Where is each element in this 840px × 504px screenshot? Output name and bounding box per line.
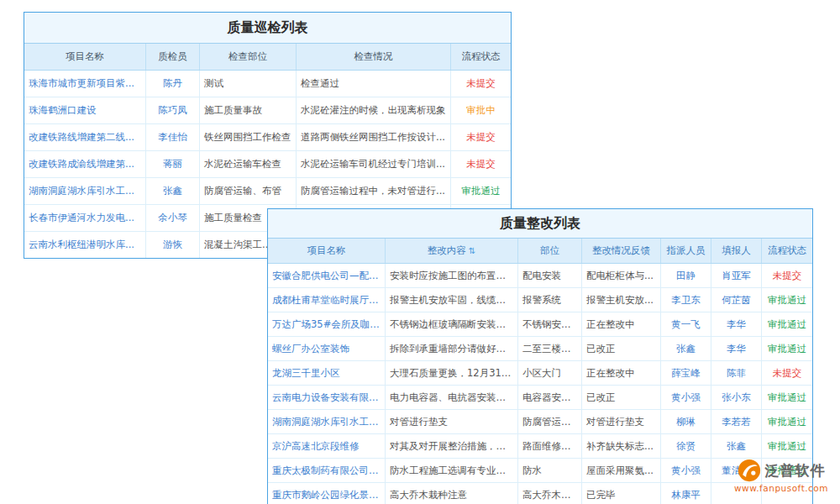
column-header[interactable]: 指派人员 [661,239,711,263]
person-link[interactable]: 柳琳 [661,410,711,433]
table-row: 湖南洞庭湖水库引水工...张鑫防腐管运输、布管防腐管运输过程中，未对管进行...… [24,178,511,205]
person-link[interactable]: 游恢 [146,232,200,258]
person-link[interactable]: 何芷茵 [711,288,762,312]
column-header-label: 检查情况 [354,50,393,62]
column-header[interactable]: 检查情况 [297,44,451,70]
cell-text: 水泥砼灌注的时候，出现离析现象 [297,97,451,123]
fanpu-logo-url: www.fanpusoft.com [722,483,840,493]
project-link[interactable]: 湖南洞庭湖水库引水工... [24,178,146,204]
fanpu-logo: 泛普软件 www.fanpusoft.com [722,459,840,493]
cell-text: 道路两侧铁丝网围挡工作按设计... [297,124,451,150]
status-text: 未提交 [762,264,812,287]
column-header-label: 项目名称 [307,244,346,256]
column-header-label: 部位 [540,244,559,256]
column-header[interactable]: 部位 [518,239,582,263]
inspection-table-header-row: 项目名称质检员检查部位检查情况流程状态 [24,44,511,71]
status-text: 审批通过 [762,386,812,409]
table-row: 湖南洞庭湖水库引水工程施工1...对管进行垫支防腐管运输...对管进行垫支柳琳李… [268,410,812,434]
person-link[interactable]: 薛宝峰 [661,361,711,385]
person-link[interactable]: 李若若 [711,410,762,433]
cell-text: 水泥砼运输车司机经过专门培训... [297,151,451,177]
project-link[interactable]: 云南水利枢纽潜明水库... [24,232,146,258]
project-link[interactable]: 京沪高速北京段维修 [268,434,386,458]
person-link[interactable]: 陈巧凤 [146,97,200,123]
project-link[interactable]: 珠海鹤洲口建设 [24,97,146,123]
cell-text: 对其及对开展整治措施，桥头... [386,434,518,458]
cell-text: 二至三楼混... [518,337,582,360]
table-row: 改建铁路线增建第二线...李佳怡铁丝网围挡工作检查道路两侧铁丝网围挡工作按设计.… [24,124,511,151]
project-link[interactable]: 龙湖三千里小区 [268,361,386,385]
person-link[interactable]: 李华 [711,312,762,336]
cell-text: 防水 [518,459,582,482]
person-link[interactable]: 余小琴 [146,205,200,231]
column-header[interactable]: 流程状态 [451,44,511,70]
column-header-label: 整改内容 [428,244,466,256]
table-row: 改建铁路成渝线增建第...蒋丽水泥砼运输车检查水泥砼运输车司机经过专门培训...… [24,151,511,178]
project-link[interactable]: 重庆太极制药有限公司亳州中... [268,459,386,482]
person-link[interactable]: 黄小强 [661,386,711,409]
person-link[interactable]: 黄一飞 [661,312,711,336]
project-link[interactable]: 螺丝厂办公室装饰 [268,337,386,360]
cell-text: 已改正 [582,337,661,360]
person-link[interactable]: 黄小强 [661,459,711,482]
rectification-table-header-row: 项目名称整改内容⇅部位整改情况反馈指派人员填报人流程状态 [268,239,812,264]
status-text: 审批通过 [762,410,812,433]
person-link[interactable]: 张鑫 [146,178,200,204]
column-header-label: 整改情况反馈 [592,244,650,256]
column-header[interactable]: 项目名称 [24,44,146,70]
person-link[interactable]: 林康平 [661,483,711,504]
cell-text: 补齐缺失标志... [582,434,661,458]
project-link[interactable]: 湖南洞庭湖水库引水工程施工1... [268,410,386,433]
table-row: 万达广场35#会所及咖啡厅空...不锈钢边框玻璃隔断安装不牢...不锈钢安装..… [268,312,812,337]
project-link[interactable]: 云南电力设备安装有限公司20... [268,386,386,409]
person-link[interactable]: 张鑫 [711,434,762,458]
column-header-label: 流程状态 [768,244,806,256]
column-header[interactable]: 项目名称 [268,239,386,263]
column-header[interactable]: 整改情况反馈 [582,239,661,263]
project-link[interactable]: 改建铁路线增建第二线... [24,124,146,150]
person-link[interactable]: 徐贤 [661,434,711,458]
cell-text: 报警系统 [518,288,582,312]
fanpu-logo-row: 泛普软件 [722,459,840,482]
column-header[interactable]: 整改内容⇅ [386,239,518,263]
project-link[interactable]: 重庆市鹅岭公园绿化景观提升... [268,483,386,504]
cell-text: 铁丝网围挡工作检查 [200,124,297,150]
cell-text: 对管进行垫支 [582,410,661,433]
cell-text: 正在整改中 [582,312,661,336]
status-text: 未提交 [451,151,511,177]
person-link[interactable]: 肖亚军 [711,264,762,287]
person-link[interactable]: 陈菲 [711,361,762,385]
cell-text: 电容器安装... [518,386,582,409]
cell-text: 高大乔木栽种 [518,483,582,504]
column-header[interactable]: 填报人 [711,239,762,263]
rectification-table-title: 质量整改列表 [268,209,812,239]
cell-text: 屋面采用聚氨... [582,459,661,482]
column-header-label: 项目名称 [66,50,104,62]
column-header-label: 流程状态 [462,50,501,62]
person-link[interactable]: 张小东 [711,386,762,409]
person-link[interactable]: 李华 [711,337,762,360]
project-link[interactable]: 改建铁路成渝线增建第... [24,151,146,177]
person-link[interactable]: 李卫东 [661,288,711,312]
column-header[interactable]: 流程状态 [762,239,812,263]
project-link[interactable]: 万达广场35#会所及咖啡厅空... [268,312,386,336]
inspection-table-title: 质量巡检列表 [24,13,511,44]
cell-text: 防水工程施工选调有专业资质... [386,459,518,482]
project-link[interactable]: 珠海市城市更新项目紫... [24,71,146,97]
table-row: 龙湖三千里小区大理石质量更换，12月31日之...小区大门正在整改中薛宝峰陈菲未… [268,361,812,386]
person-link[interactable]: 田静 [661,264,711,287]
person-link[interactable]: 张鑫 [661,337,711,360]
status-text: 审批中 [451,97,511,123]
project-link[interactable]: 长春市伊通河水力发电... [24,205,146,231]
status-text: 审批通过 [762,312,812,336]
project-link[interactable]: 成都杜甫草堂临时展厅独立展... [268,288,386,312]
column-header[interactable]: 检查部位 [200,44,297,70]
cell-text: 已完毕 [582,483,661,504]
cell-text: 安装时应按施工图的布置，将... [386,264,518,287]
person-link[interactable]: 蒋丽 [146,151,200,177]
project-link[interactable]: 安徽合肥供电公司—配电设备... [268,264,386,287]
person-link[interactable]: 陈丹 [146,71,200,97]
sort-icon[interactable]: ⇅ [469,246,475,255]
person-link[interactable]: 李佳怡 [146,124,200,150]
column-header[interactable]: 质检员 [146,44,200,70]
